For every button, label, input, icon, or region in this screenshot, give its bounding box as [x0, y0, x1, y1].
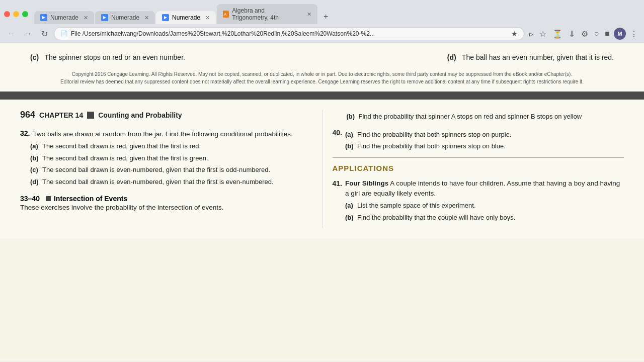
address-bar: ← → ↻ 📄 File /Users/michaelwang/Download…: [0, 24, 644, 43]
close-button[interactable]: [4, 11, 10, 17]
top-left-text: The spinner stops on red or an even numb…: [45, 53, 185, 61]
svg-marker-1: [103, 16, 106, 19]
settings-button[interactable]: ⚙: [579, 28, 590, 40]
q40-part-b: (b) Find the probability that both spinn…: [345, 141, 511, 151]
back-button[interactable]: ←: [4, 28, 18, 39]
bookmark-button[interactable]: ☆: [537, 28, 548, 40]
new-tab-button[interactable]: +: [318, 9, 333, 24]
q40-b-label: (b): [345, 141, 355, 151]
title-bar: Numerade ✕ Numerade ✕ Numerade ✕: [0, 0, 644, 24]
q41-title: Four Siblings: [345, 179, 388, 187]
copyright-line1: Copyright 2016 Cengage Learning. All Rig…: [30, 70, 614, 78]
address-text: File /Users/michaelwang/Downloads/James%…: [71, 30, 508, 37]
question-40: 40. (a) Find the probability that both s…: [333, 128, 624, 151]
q32-b-text: The second ball drawn is red, given that…: [42, 153, 208, 163]
q39-b-text: Find the probability that spinner A stop…: [359, 112, 582, 122]
q32-a-label: (a): [30, 141, 40, 151]
q32-c-text: The second ball drawn is even-numbered, …: [42, 165, 270, 175]
address-bar-input[interactable]: 📄 File /Users/michaelwang/Downloads/Jame…: [54, 27, 524, 40]
q32-part-a: (a) The second ball drawn is red, given …: [30, 141, 312, 151]
extensions-button[interactable]: ▹: [527, 28, 535, 40]
address-icons: ★: [511, 30, 518, 38]
tab-icon-3: [162, 14, 169, 21]
forward-button[interactable]: →: [21, 28, 35, 39]
divider-strip: [0, 96, 644, 100]
q41-a-label: (a): [345, 201, 355, 211]
q39-b: (b) Find the probability that spinner A …: [333, 112, 624, 122]
tab-close-4[interactable]: ✕: [307, 11, 311, 18]
addon-button[interactable]: ■: [603, 28, 612, 39]
q41-part-a: (a) List the sample space of this experi…: [345, 201, 624, 211]
tab-close-1[interactable]: ✕: [84, 15, 88, 21]
window-controls: [4, 11, 28, 17]
q40-a-label: (a): [345, 130, 355, 140]
q32-part-d: (d) The second ball drawn is even-number…: [30, 177, 312, 187]
svg-marker-0: [42, 16, 45, 19]
section-3340-text: These exercises involve the probability …: [20, 204, 223, 211]
section-3340: 33–40 Intersection of Events These exerc…: [20, 195, 312, 211]
tab-label-3: Numerade: [172, 14, 200, 21]
lock-icon: 📄: [60, 30, 68, 37]
q32-part-b: (b) The second ball drawn is red, given …: [30, 153, 312, 163]
copyright-section: Copyright 2016 Cengage Learning. All Rig…: [0, 66, 644, 96]
top-right-text: The ball has an even number, given that …: [462, 53, 614, 61]
tab-icon-2: [101, 14, 108, 21]
history-button[interactable]: ⏳: [550, 28, 565, 40]
chapter-divider-icon: [87, 112, 94, 119]
tab-close-2[interactable]: ✕: [144, 15, 149, 21]
q40-number: 40.: [333, 128, 342, 138]
section-3340-title: Intersection of Events: [54, 195, 127, 203]
q32-number: 32.: [20, 129, 30, 137]
page-content: (c) The spinner stops on red or an even …: [0, 43, 644, 361]
page-number: 964: [20, 110, 35, 120]
q41-a-text: List the sample space of this experiment…: [357, 201, 476, 211]
svg-text:A: A: [224, 12, 227, 17]
q41-b-label: (b): [345, 213, 355, 223]
browser-icon[interactable]: ○: [592, 28, 601, 39]
browser-chrome: Numerade ✕ Numerade ✕ Numerade ✕: [0, 0, 644, 43]
q32-part-c: (c) The second ball drawn is even-number…: [30, 165, 312, 175]
download-button[interactable]: ⇓: [567, 28, 577, 40]
tab-algebra[interactable]: A Algebra and Trigonometry, 4th ✕: [217, 4, 317, 24]
chapter-title: Counting and Probability: [98, 111, 182, 119]
q32-a-text: The second ball drawn is red, given that…: [42, 141, 201, 151]
q41-number: 41.: [333, 178, 342, 189]
star-icon[interactable]: ★: [511, 30, 518, 38]
tab-label-4: Algebra and Trigonometry, 4th: [232, 7, 302, 21]
top-left-label: (c): [30, 53, 43, 61]
q39-b-sub: (b) Find the probability that spinner A …: [347, 112, 624, 122]
tab-numerade-2[interactable]: Numerade ✕: [95, 11, 155, 24]
copyright-line2: Editorial review has deemed that any sup…: [30, 78, 614, 85]
tab-label-2: Numerade: [111, 14, 139, 21]
maximize-button[interactable]: [22, 11, 28, 17]
q32-d-label: (d): [30, 177, 40, 187]
minimize-button[interactable]: [13, 11, 19, 17]
q41-part-b: (b) Find the probability that the couple…: [345, 213, 624, 223]
main-page: 964 CHAPTER 14 Counting and Probability …: [0, 100, 644, 238]
chapter-label: CHAPTER 14: [39, 111, 83, 119]
tab-icon-1: [40, 14, 47, 21]
reload-button[interactable]: ↻: [38, 28, 51, 40]
section-3340-range: 33–40: [20, 195, 40, 203]
menu-button[interactable]: ⋮: [628, 28, 640, 40]
chapter-header: 964 CHAPTER 14 Counting and Probability: [20, 110, 312, 120]
q40-a-text: Find the probability that both spinners …: [357, 130, 511, 140]
q32-b-label: (b): [30, 153, 40, 163]
toolbar-icons: ▹ ☆ ⏳ ⇓ ⚙ ○ ■ M ⋮: [527, 28, 640, 40]
tab-numerade-1[interactable]: Numerade ✕: [34, 11, 94, 24]
section-box-icon: [46, 196, 51, 201]
q40-part-a: (a) Find the probability that both spinn…: [345, 130, 511, 140]
q40-b-text: Find the probability that both spinners …: [357, 141, 506, 151]
applications-header: APPLICATIONS: [333, 157, 624, 172]
q32-c-label: (c): [30, 165, 40, 175]
question-32: 32. Two balls are drawn at random from t…: [20, 129, 312, 187]
q39-b-label: (b): [347, 112, 357, 122]
top-right-label: (d): [447, 53, 460, 61]
profile-icon[interactable]: M: [614, 28, 626, 40]
left-column: 964 CHAPTER 14 Counting and Probability …: [20, 110, 322, 228]
tab-numerade-3[interactable]: Numerade ✕: [156, 11, 216, 24]
q32-text: Two balls are drawn at random from the j…: [33, 129, 292, 139]
tab-close-3[interactable]: ✕: [205, 15, 210, 21]
top-right-item: (d) The ball has an even number, given t…: [447, 53, 614, 61]
tab-bar: Numerade ✕ Numerade ✕ Numerade ✕: [34, 4, 640, 24]
